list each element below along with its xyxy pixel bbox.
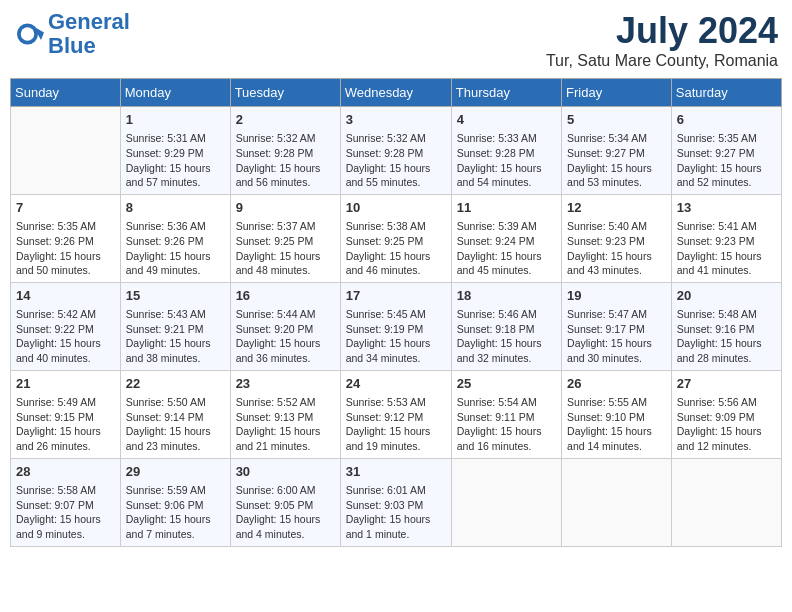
day-cell: 3Sunrise: 5:32 AM Sunset: 9:28 PM Daylig… bbox=[340, 107, 451, 195]
day-info: Sunrise: 5:32 AM Sunset: 9:28 PM Dayligh… bbox=[346, 132, 431, 188]
day-cell: 17Sunrise: 5:45 AM Sunset: 9:19 PM Dayli… bbox=[340, 282, 451, 370]
day-number: 20 bbox=[677, 287, 776, 305]
day-cell: 28Sunrise: 5:58 AM Sunset: 9:07 PM Dayli… bbox=[11, 458, 121, 546]
day-number: 31 bbox=[346, 463, 446, 481]
day-cell: 14Sunrise: 5:42 AM Sunset: 9:22 PM Dayli… bbox=[11, 282, 121, 370]
day-cell: 31Sunrise: 6:01 AM Sunset: 9:03 PM Dayli… bbox=[340, 458, 451, 546]
day-number: 5 bbox=[567, 111, 666, 129]
day-number: 11 bbox=[457, 199, 556, 217]
day-info: Sunrise: 5:36 AM Sunset: 9:26 PM Dayligh… bbox=[126, 220, 211, 276]
day-cell: 9Sunrise: 5:37 AM Sunset: 9:25 PM Daylig… bbox=[230, 194, 340, 282]
day-cell: 8Sunrise: 5:36 AM Sunset: 9:26 PM Daylig… bbox=[120, 194, 230, 282]
svg-point-1 bbox=[21, 27, 35, 41]
week-row-5: 28Sunrise: 5:58 AM Sunset: 9:07 PM Dayli… bbox=[11, 458, 782, 546]
header: General Blue July 2024 Tur, Satu Mare Co… bbox=[10, 10, 782, 70]
day-number: 28 bbox=[16, 463, 115, 481]
day-number: 25 bbox=[457, 375, 556, 393]
week-row-3: 14Sunrise: 5:42 AM Sunset: 9:22 PM Dayli… bbox=[11, 282, 782, 370]
day-cell: 12Sunrise: 5:40 AM Sunset: 9:23 PM Dayli… bbox=[562, 194, 672, 282]
calendar-table: SundayMondayTuesdayWednesdayThursdayFrid… bbox=[10, 78, 782, 547]
header-cell-thursday: Thursday bbox=[451, 79, 561, 107]
day-info: Sunrise: 5:45 AM Sunset: 9:19 PM Dayligh… bbox=[346, 308, 431, 364]
header-cell-tuesday: Tuesday bbox=[230, 79, 340, 107]
logo-icon bbox=[14, 19, 44, 49]
day-info: Sunrise: 6:00 AM Sunset: 9:05 PM Dayligh… bbox=[236, 484, 321, 540]
day-cell: 19Sunrise: 5:47 AM Sunset: 9:17 PM Dayli… bbox=[562, 282, 672, 370]
day-number: 24 bbox=[346, 375, 446, 393]
day-cell: 13Sunrise: 5:41 AM Sunset: 9:23 PM Dayli… bbox=[671, 194, 781, 282]
day-cell: 6Sunrise: 5:35 AM Sunset: 9:27 PM Daylig… bbox=[671, 107, 781, 195]
day-info: Sunrise: 5:58 AM Sunset: 9:07 PM Dayligh… bbox=[16, 484, 101, 540]
day-info: Sunrise: 5:32 AM Sunset: 9:28 PM Dayligh… bbox=[236, 132, 321, 188]
day-cell: 20Sunrise: 5:48 AM Sunset: 9:16 PM Dayli… bbox=[671, 282, 781, 370]
week-row-1: 1Sunrise: 5:31 AM Sunset: 9:29 PM Daylig… bbox=[11, 107, 782, 195]
day-cell: 1Sunrise: 5:31 AM Sunset: 9:29 PM Daylig… bbox=[120, 107, 230, 195]
day-info: Sunrise: 5:33 AM Sunset: 9:28 PM Dayligh… bbox=[457, 132, 542, 188]
day-number: 16 bbox=[236, 287, 335, 305]
day-info: Sunrise: 5:53 AM Sunset: 9:12 PM Dayligh… bbox=[346, 396, 431, 452]
day-info: Sunrise: 5:31 AM Sunset: 9:29 PM Dayligh… bbox=[126, 132, 211, 188]
logo-line1: General bbox=[48, 9, 130, 34]
day-cell: 22Sunrise: 5:50 AM Sunset: 9:14 PM Dayli… bbox=[120, 370, 230, 458]
header-cell-monday: Monday bbox=[120, 79, 230, 107]
day-info: Sunrise: 6:01 AM Sunset: 9:03 PM Dayligh… bbox=[346, 484, 431, 540]
day-cell: 29Sunrise: 5:59 AM Sunset: 9:06 PM Dayli… bbox=[120, 458, 230, 546]
day-cell: 24Sunrise: 5:53 AM Sunset: 9:12 PM Dayli… bbox=[340, 370, 451, 458]
day-number: 3 bbox=[346, 111, 446, 129]
day-cell: 7Sunrise: 5:35 AM Sunset: 9:26 PM Daylig… bbox=[11, 194, 121, 282]
day-number: 13 bbox=[677, 199, 776, 217]
day-cell: 30Sunrise: 6:00 AM Sunset: 9:05 PM Dayli… bbox=[230, 458, 340, 546]
day-info: Sunrise: 5:48 AM Sunset: 9:16 PM Dayligh… bbox=[677, 308, 762, 364]
day-info: Sunrise: 5:42 AM Sunset: 9:22 PM Dayligh… bbox=[16, 308, 101, 364]
day-cell: 21Sunrise: 5:49 AM Sunset: 9:15 PM Dayli… bbox=[11, 370, 121, 458]
day-cell: 11Sunrise: 5:39 AM Sunset: 9:24 PM Dayli… bbox=[451, 194, 561, 282]
logo-line2: Blue bbox=[48, 33, 96, 58]
day-number: 22 bbox=[126, 375, 225, 393]
day-number: 4 bbox=[457, 111, 556, 129]
logo: General Blue bbox=[14, 10, 130, 58]
day-number: 8 bbox=[126, 199, 225, 217]
day-number: 15 bbox=[126, 287, 225, 305]
location-title: Tur, Satu Mare County, Romania bbox=[546, 52, 778, 70]
header-row: SundayMondayTuesdayWednesdayThursdayFrid… bbox=[11, 79, 782, 107]
day-cell: 23Sunrise: 5:52 AM Sunset: 9:13 PM Dayli… bbox=[230, 370, 340, 458]
month-title: July 2024 bbox=[546, 10, 778, 52]
day-info: Sunrise: 5:49 AM Sunset: 9:15 PM Dayligh… bbox=[16, 396, 101, 452]
day-info: Sunrise: 5:52 AM Sunset: 9:13 PM Dayligh… bbox=[236, 396, 321, 452]
day-number: 6 bbox=[677, 111, 776, 129]
day-number: 12 bbox=[567, 199, 666, 217]
day-cell: 16Sunrise: 5:44 AM Sunset: 9:20 PM Dayli… bbox=[230, 282, 340, 370]
day-number: 29 bbox=[126, 463, 225, 481]
day-number: 18 bbox=[457, 287, 556, 305]
day-info: Sunrise: 5:38 AM Sunset: 9:25 PM Dayligh… bbox=[346, 220, 431, 276]
header-cell-sunday: Sunday bbox=[11, 79, 121, 107]
week-row-4: 21Sunrise: 5:49 AM Sunset: 9:15 PM Dayli… bbox=[11, 370, 782, 458]
title-area: July 2024 Tur, Satu Mare County, Romania bbox=[546, 10, 778, 70]
day-cell: 10Sunrise: 5:38 AM Sunset: 9:25 PM Dayli… bbox=[340, 194, 451, 282]
header-cell-friday: Friday bbox=[562, 79, 672, 107]
day-info: Sunrise: 5:39 AM Sunset: 9:24 PM Dayligh… bbox=[457, 220, 542, 276]
day-cell: 18Sunrise: 5:46 AM Sunset: 9:18 PM Dayli… bbox=[451, 282, 561, 370]
day-info: Sunrise: 5:37 AM Sunset: 9:25 PM Dayligh… bbox=[236, 220, 321, 276]
day-number: 26 bbox=[567, 375, 666, 393]
day-cell: 4Sunrise: 5:33 AM Sunset: 9:28 PM Daylig… bbox=[451, 107, 561, 195]
day-number: 9 bbox=[236, 199, 335, 217]
day-info: Sunrise: 5:50 AM Sunset: 9:14 PM Dayligh… bbox=[126, 396, 211, 452]
day-number: 21 bbox=[16, 375, 115, 393]
header-cell-wednesday: Wednesday bbox=[340, 79, 451, 107]
day-number: 2 bbox=[236, 111, 335, 129]
day-info: Sunrise: 5:54 AM Sunset: 9:11 PM Dayligh… bbox=[457, 396, 542, 452]
header-cell-saturday: Saturday bbox=[671, 79, 781, 107]
day-cell bbox=[11, 107, 121, 195]
day-info: Sunrise: 5:44 AM Sunset: 9:20 PM Dayligh… bbox=[236, 308, 321, 364]
day-info: Sunrise: 5:46 AM Sunset: 9:18 PM Dayligh… bbox=[457, 308, 542, 364]
day-info: Sunrise: 5:35 AM Sunset: 9:26 PM Dayligh… bbox=[16, 220, 101, 276]
day-info: Sunrise: 5:40 AM Sunset: 9:23 PM Dayligh… bbox=[567, 220, 652, 276]
day-number: 27 bbox=[677, 375, 776, 393]
day-info: Sunrise: 5:43 AM Sunset: 9:21 PM Dayligh… bbox=[126, 308, 211, 364]
day-info: Sunrise: 5:47 AM Sunset: 9:17 PM Dayligh… bbox=[567, 308, 652, 364]
day-number: 23 bbox=[236, 375, 335, 393]
day-cell bbox=[451, 458, 561, 546]
day-cell: 27Sunrise: 5:56 AM Sunset: 9:09 PM Dayli… bbox=[671, 370, 781, 458]
day-info: Sunrise: 5:59 AM Sunset: 9:06 PM Dayligh… bbox=[126, 484, 211, 540]
